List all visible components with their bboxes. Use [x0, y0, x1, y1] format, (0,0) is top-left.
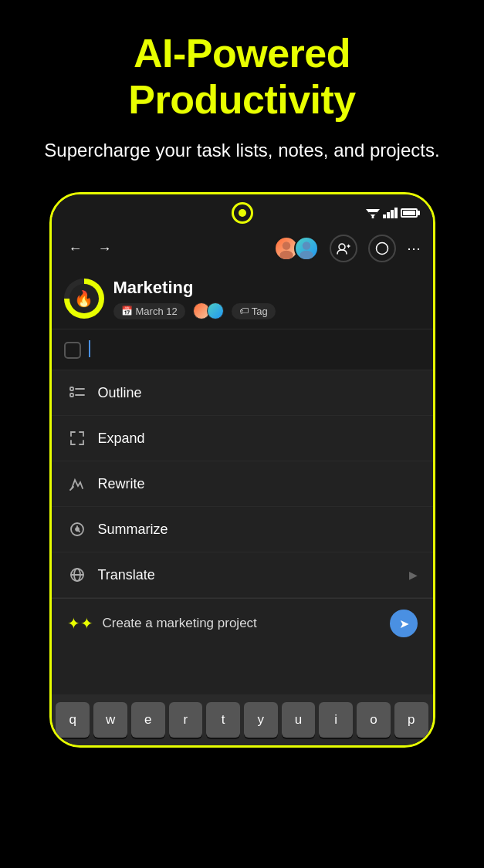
avatar-group: [274, 236, 319, 261]
menu-item-outline[interactable]: Outline: [52, 370, 433, 416]
key-u[interactable]: u: [282, 702, 316, 738]
phone-frame: ← → ⋯ 🔥: [49, 192, 435, 748]
wifi-icon: [366, 208, 380, 218]
battery-icon: [401, 208, 418, 218]
translate-arrow: ▶: [409, 569, 418, 581]
key-t[interactable]: t: [206, 702, 240, 738]
chat-button[interactable]: [368, 235, 396, 262]
camera-dot: [232, 202, 253, 224]
summarize-icon: [67, 519, 87, 539]
camera-inner: [239, 209, 246, 217]
key-q[interactable]: q: [56, 702, 90, 738]
ai-input-row[interactable]: ✦✦ Create a marketing project ➤: [52, 598, 433, 648]
project-tag-label: Tag: [252, 306, 268, 317]
svg-point-5: [279, 251, 293, 260]
more-button[interactable]: ⋯: [407, 240, 421, 257]
ai-input-text[interactable]: Create a marketing project: [103, 616, 381, 631]
svg-point-6: [302, 241, 310, 250]
forward-button[interactable]: →: [93, 238, 117, 260]
chat-icon: [375, 241, 389, 255]
avatar-user2: [294, 236, 319, 261]
calendar-icon: 📅: [121, 306, 133, 316]
outline-label: Outline: [98, 385, 418, 401]
add-person-button[interactable]: [330, 235, 357, 262]
translate-icon: [67, 565, 87, 585]
menu-item-translate[interactable]: Translate ▶: [52, 552, 433, 598]
svg-rect-12: [70, 387, 73, 390]
key-o[interactable]: o: [357, 702, 391, 738]
svg-point-11: [376, 243, 388, 255]
send-button[interactable]: ➤: [390, 610, 418, 637]
key-e[interactable]: e: [131, 702, 165, 738]
translate-label: Translate: [98, 567, 398, 583]
project-date[interactable]: 📅 March 12: [113, 303, 185, 319]
keyboard: qwertyuiop: [52, 694, 433, 745]
key-r[interactable]: r: [169, 702, 203, 738]
rewrite-icon: [67, 474, 87, 494]
project-date-label: March 12: [136, 306, 178, 317]
expand-label: Expand: [98, 431, 418, 447]
text-input-area[interactable]: [52, 329, 433, 370]
key-p[interactable]: p: [394, 702, 428, 738]
svg-point-3: [371, 217, 374, 219]
hero-section: AI-Powered Productivity Supercharge your…: [0, 0, 484, 178]
key-i[interactable]: i: [319, 702, 353, 738]
battery-fill: [403, 211, 415, 215]
svg-point-8: [339, 244, 345, 250]
project-meta: 📅 March 12 🏷 Tag: [113, 302, 276, 319]
project-tag[interactable]: 🏷 Tag: [232, 303, 276, 319]
project-avatar2: [207, 302, 224, 319]
text-cursor: [89, 340, 90, 357]
menu-list: Outline Expand Rewrite: [52, 370, 433, 694]
status-bar: [52, 194, 433, 228]
send-icon: ➤: [399, 616, 409, 631]
svg-point-17: [76, 528, 79, 531]
project-name: Marketing: [113, 278, 276, 298]
status-icons: [366, 208, 418, 218]
hero-title: AI-Powered Productivity: [15, 31, 469, 123]
svg-rect-14: [70, 393, 73, 397]
signal-bars: [383, 208, 398, 218]
outline-icon: [67, 383, 87, 403]
rewrite-label: Rewrite: [98, 476, 418, 492]
sparkle-icon: ✦✦: [67, 614, 93, 633]
menu-item-rewrite[interactable]: Rewrite: [52, 461, 433, 507]
summarize-label: Summarize: [98, 522, 418, 538]
add-person-icon: [337, 242, 350, 255]
hero-subtitle: Supercharge your task lists, notes, and …: [15, 137, 469, 164]
expand-icon: [67, 428, 87, 448]
nav-bar: ← → ⋯: [52, 228, 433, 269]
menu-item-expand[interactable]: Expand: [52, 416, 433, 461]
project-header: 🔥 Marketing 📅 March 12 🏷 Tag: [52, 269, 433, 329]
project-emoji: 🔥: [74, 289, 93, 308]
project-icon: 🔥: [64, 279, 104, 319]
back-button[interactable]: ←: [64, 238, 87, 260]
menu-item-summarize[interactable]: Summarize: [52, 507, 433, 552]
svg-point-4: [282, 241, 290, 250]
task-checkbox[interactable]: [64, 342, 81, 359]
project-avatars: [193, 302, 224, 319]
svg-point-7: [300, 251, 313, 260]
key-y[interactable]: y: [244, 702, 278, 738]
project-info: Marketing 📅 March 12 🏷 Tag: [113, 278, 276, 319]
project-icon-inner: 🔥: [69, 284, 99, 313]
key-w[interactable]: w: [93, 702, 127, 738]
tag-icon: 🏷: [239, 306, 249, 316]
